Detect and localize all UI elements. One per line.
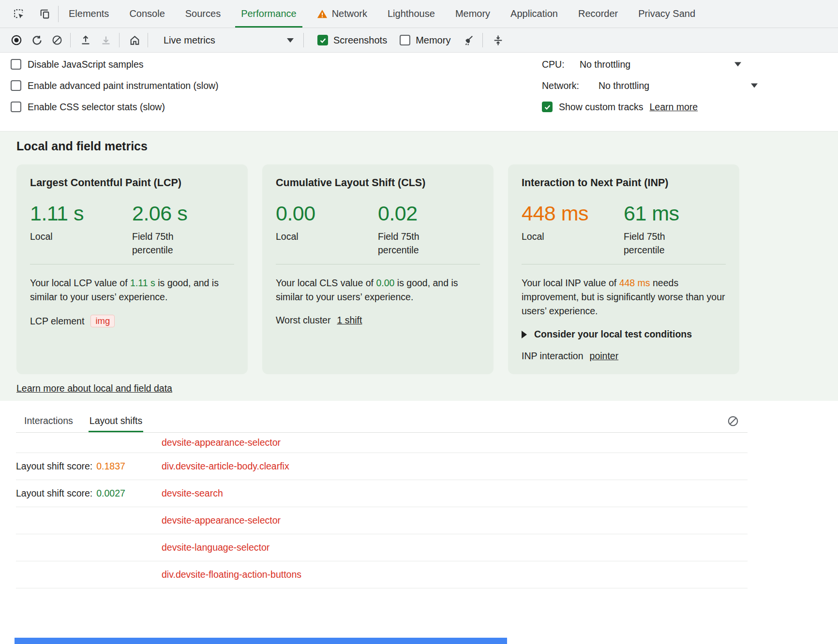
collect-garbage-icon	[492, 34, 504, 46]
shift-element-link[interactable]: devsite-appearance-selector	[162, 515, 281, 526]
show-custom-tracks-label: Show custom tracks	[559, 102, 643, 113]
layout-shift-score-value: 0.1837	[96, 461, 125, 471]
tab-network[interactable]: Network	[307, 0, 377, 28]
tab-label: Lighthouse	[388, 8, 435, 19]
tab-label: Memory	[455, 8, 490, 19]
tab-privacy-sandbox[interactable]: Privacy Sand	[628, 0, 705, 28]
check-icon	[544, 103, 551, 111]
collect-garbage-button[interactable]	[488, 31, 508, 49]
inspect-button[interactable]	[9, 5, 28, 23]
tab-sources[interactable]: Sources	[175, 0, 231, 28]
record-and-reload-button[interactable]	[27, 31, 47, 49]
table-row[interactable]: div.devsite-floating-action-buttons	[16, 561, 748, 588]
clear-button[interactable]	[47, 31, 67, 49]
worst-cluster-label: Worst cluster	[276, 315, 330, 326]
consider-conditions-toggle[interactable]: Consider your local test conditions	[522, 329, 726, 340]
cpu-throttling-select[interactable]: CPU: No throttling	[542, 54, 755, 75]
network-throttling-select[interactable]: Network: No throttling	[542, 75, 755, 96]
shift-element-link[interactable]: devsite-search	[162, 488, 223, 499]
tab-label: Application	[510, 8, 558, 19]
panel-mode-dropdown[interactable]: Live metrics	[153, 31, 300, 49]
metric-card-inp: Interaction to Next Paint (INP) 448 ms L…	[508, 164, 739, 374]
learn-more-link[interactable]: Learn more	[649, 102, 698, 113]
shift-element-link[interactable]: devsite-language-selector	[162, 542, 269, 553]
lcp-local-value: 1.11 s	[30, 202, 132, 225]
field-label: Field 75th percentile	[132, 230, 193, 257]
tab-memory[interactable]: Memory	[445, 0, 500, 28]
tab-layout-shifts[interactable]: Layout shifts	[81, 410, 150, 432]
logs-tabbar: Interactions Layout shifts	[16, 410, 748, 433]
home-button[interactable]	[124, 31, 145, 49]
page-title: Local and field metrics	[16, 139, 838, 154]
show-custom-tracks-option: Show custom tracks Learn more	[542, 96, 755, 117]
triangle-right-icon	[522, 331, 527, 338]
metric-cards: Largest Contentful Paint (LCP) 1.11 s Lo…	[16, 164, 838, 374]
table-row[interactable]: devsite-appearance-selector	[16, 507, 748, 534]
layout-shift-score-label: Layout shift score:	[16, 461, 92, 471]
check-icon	[319, 37, 327, 44]
field-label: Field 75th percentile	[624, 230, 684, 257]
metric-card-cls: Cumulative Layout Shift (CLS) 0.00 Local…	[262, 164, 494, 374]
tab-elements[interactable]: Elements	[59, 0, 119, 28]
tab-interactions[interactable]: Interactions	[16, 410, 81, 432]
memory-checkbox[interactable]	[400, 35, 410, 45]
table-row[interactable]: devsite-appearance-selector	[16, 433, 748, 453]
logs-section: Interactions Layout shifts devsite-appea…	[0, 401, 838, 588]
tab-label: Privacy Sand	[638, 8, 695, 19]
broom-icon	[464, 34, 476, 46]
inspect-icon	[13, 8, 25, 20]
tab-label: Elements	[69, 8, 109, 19]
worst-cluster-link[interactable]: 1 shift	[337, 315, 362, 326]
record-button[interactable]	[6, 31, 27, 49]
table-row[interactable]: devsite-language-selector	[16, 534, 748, 561]
tab-console[interactable]: Console	[119, 0, 175, 28]
card-title: Largest Contentful Paint (LCP)	[30, 177, 234, 189]
table-row[interactable]: Layout shift score:0.0027 devsite-search	[16, 480, 748, 507]
inp-field-value: 61 ms	[624, 202, 726, 225]
local-label: Local	[276, 230, 378, 243]
learn-more-field-data-link[interactable]: Learn more about local and field data	[16, 383, 172, 394]
chevron-down-icon	[734, 62, 741, 67]
css-selector-stats-checkbox[interactable]	[11, 102, 21, 112]
load-profile-button[interactable]	[75, 31, 96, 49]
tab-application[interactable]: Application	[500, 0, 568, 28]
tab-lighthouse[interactable]: Lighthouse	[377, 0, 445, 28]
device-toolbar-button[interactable]	[35, 5, 54, 23]
cls-description: Your local CLS value of 0.00 is good, an…	[276, 276, 480, 304]
field-label: Field 75th percentile	[378, 230, 438, 257]
clear-log-button[interactable]	[724, 412, 742, 430]
tab-performance[interactable]: Performance	[231, 0, 307, 28]
tab-recorder[interactable]: Recorder	[568, 0, 628, 28]
cls-field-value: 0.02	[378, 202, 480, 225]
consider-conditions-label: Consider your local test conditions	[534, 329, 692, 340]
download-icon	[100, 34, 112, 46]
home-icon	[129, 34, 141, 46]
advanced-paint-checkbox[interactable]	[11, 80, 21, 91]
disable-js-samples-checkbox[interactable]	[11, 59, 21, 70]
toolbar-divider	[148, 33, 148, 47]
clear-cache-button[interactable]	[459, 31, 479, 49]
chevron-down-icon	[751, 84, 758, 88]
save-profile-button[interactable]	[96, 31, 116, 49]
panel-mode-label: Live metrics	[164, 35, 215, 46]
lcp-description: Your local LCP value of 1.11 s is good, …	[30, 276, 234, 304]
toolbar-divider	[119, 33, 120, 47]
inp-description: Your local INP value of 448 ms needs imp…	[522, 276, 726, 318]
horizontal-scrollbar-thumb[interactable]	[15, 638, 507, 644]
performance-toolbar: Live metrics Screenshots Memory	[0, 28, 838, 53]
tab-label: Recorder	[578, 8, 618, 19]
shift-element-link[interactable]: devsite-appearance-selector	[162, 437, 281, 448]
show-custom-tracks-checkbox[interactable]	[542, 102, 553, 112]
shift-element-link[interactable]: div.devsite-article-body.clearfix	[162, 461, 289, 472]
cls-local-value: 0.00	[276, 202, 378, 225]
tab-label: Sources	[185, 8, 221, 19]
screenshots-checkbox[interactable]	[317, 35, 328, 45]
lcp-element-node-link[interactable]: img	[90, 315, 115, 327]
inp-interaction-link[interactable]: pointer	[590, 351, 619, 362]
shift-element-link[interactable]: div.devsite-floating-action-buttons	[162, 569, 301, 580]
table-row[interactable]: Layout shift score:0.1837 div.devsite-ar…	[16, 453, 748, 480]
record-icon	[10, 34, 23, 46]
cpu-label: CPU:	[542, 59, 580, 70]
toolbar-divider	[482, 33, 483, 47]
memory-option: Memory	[400, 35, 450, 46]
